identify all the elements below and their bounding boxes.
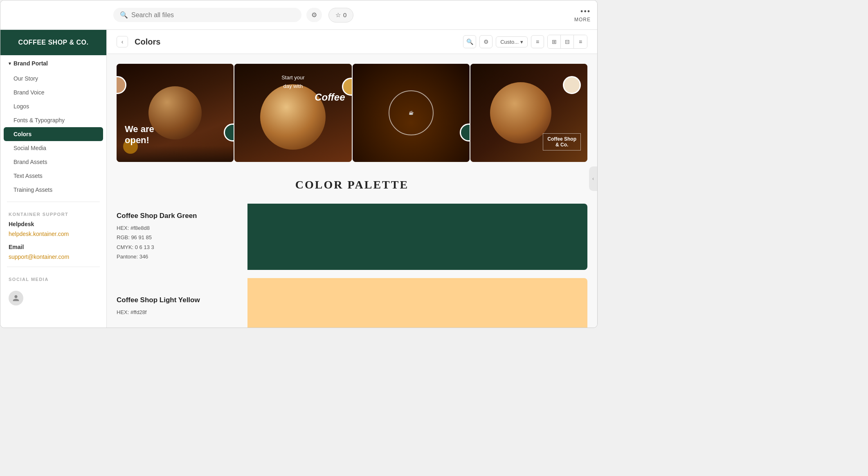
image-card-1: We areopen! [117, 64, 234, 162]
sidebar-divider [7, 202, 100, 202]
favorites-count: 0 [343, 11, 346, 18]
search-icon: 🔍 [120, 11, 128, 19]
sidebar-item-colors[interactable]: Colors [4, 127, 103, 141]
email-label: Email [0, 242, 106, 252]
more-label: MORE [574, 17, 591, 22]
color-row-dark-green: Coffee Shop Dark Green HEX: #f8e8d8 RGB:… [117, 204, 587, 270]
color-info-dark-green: Coffee Shop Dark Green HEX: #f8e8d8 RGB:… [117, 204, 247, 270]
email-link[interactable]: support@kontainer.com [0, 252, 106, 262]
filter-button[interactable]: ⚙ [306, 8, 322, 22]
view-toggle: ⊞ ⊟ ≡ [547, 35, 587, 49]
more-dots-icon: ••• [580, 7, 591, 16]
avatar[interactable] [9, 291, 23, 305]
custom-select[interactable]: Custo... ▾ [496, 36, 528, 47]
scroll-toggle[interactable]: ‹ [589, 166, 597, 191]
color-name-1: Coffee Shop Dark Green [117, 212, 247, 220]
color-dot-cream [563, 76, 581, 94]
header-actions: 🔍 ⚙ Custo... ▾ ≡ ⊞ ⊟ ≡ [463, 35, 587, 49]
image-card-4-brand-text: Coffee Shop& Co. [543, 133, 581, 150]
more-menu[interactable]: ••• MORE [574, 7, 591, 22]
search-container: 🔍 [113, 8, 301, 22]
sidebar: COFFEE SHOP & CO. ▾ Brand Portal Our Sto… [0, 30, 107, 328]
support-section-label: KONTAINER SUPPORT [0, 207, 106, 219]
content-area: ‹ Colors 🔍 ⚙ Custo... ▾ ≡ ⊞ ⊟ ≡ [107, 30, 597, 328]
brand-portal-label: Brand Portal [13, 60, 48, 67]
back-button[interactable]: ‹ [117, 36, 128, 47]
color-swatch-light-yellow [247, 278, 587, 328]
sidebar-item-training-assets[interactable]: Training Assets [0, 183, 106, 197]
main-layout: COFFEE SHOP & CO. ▾ Brand Portal Our Sto… [0, 30, 597, 328]
image-card-3: ☕ [353, 64, 470, 162]
search-input[interactable] [131, 11, 295, 19]
image-card-4: Coffee Shop& Co. [470, 64, 587, 162]
sidebar-item-logos[interactable]: Logos [0, 99, 106, 113]
star-icon: ☆ [335, 11, 341, 19]
sidebar-item-brand-assets[interactable]: Brand Assets [0, 155, 106, 169]
search-icon-button[interactable]: 🔍 [463, 35, 476, 48]
filter-icon-button[interactable]: ⚙ [479, 35, 492, 48]
color-detail-1: HEX: #f8e8d8 RGB: 96 91 85 CMYK: 0 6 13 … [117, 223, 247, 262]
sidebar-divider-2 [7, 267, 100, 267]
image-card-2: Start yourday with Coffee [234, 64, 351, 162]
helpdesk-link[interactable]: helpdesk.kontainer.com [0, 229, 106, 239]
user-avatar-area [0, 284, 106, 312]
color-info-light-yellow: Coffee Shop Light Yellow HEX: #ffd28f [117, 278, 247, 328]
color-detail-2: HEX: #ffd28f [117, 308, 247, 317]
social-media-label: SOCIAL MEDIA [0, 272, 106, 284]
image-card-1-text: We areopen! [125, 124, 154, 146]
sidebar-item-social-media[interactable]: Social Media [0, 141, 106, 155]
images-row: We areopen! Start yourday with Coffee [107, 54, 597, 170]
list-view-button[interactable]: ≡ [574, 35, 587, 48]
sidebar-item-fonts-typography[interactable]: Fonts & Typography [0, 113, 106, 127]
favorites-button[interactable]: ☆ 0 [328, 8, 353, 22]
color-name-2: Coffee Shop Light Yellow [117, 296, 247, 304]
select-label: Custo... [500, 39, 519, 45]
brand-portal-section[interactable]: ▾ Brand Portal [0, 55, 106, 72]
color-row-light-yellow: Coffee Shop Light Yellow HEX: #ffd28f [117, 278, 587, 328]
palette-title: COLOR PALETTE [117, 170, 587, 204]
chevron-down-icon: ▾ [9, 61, 11, 66]
top-bar: 🔍 ⚙ ☆ 0 ••• MORE [0, 0, 597, 30]
palette-section: COLOR PALETTE Coffee Shop Dark Green HEX… [107, 170, 597, 328]
image-card-2-top-text: Start yourday with [234, 74, 351, 91]
grid-view-button[interactable]: ⊞ [548, 35, 561, 48]
sort-button[interactable]: ≡ [531, 35, 544, 48]
sidebar-item-brand-voice[interactable]: Brand Voice [0, 85, 106, 99]
sidebar-item-our-story[interactable]: Our Story [0, 72, 106, 85]
content-header: ‹ Colors 🔍 ⚙ Custo... ▾ ≡ ⊞ ⊟ ≡ [107, 30, 597, 54]
app-logo: COFFEE SHOP & CO. [0, 30, 106, 55]
chevron-select-icon: ▾ [520, 39, 523, 45]
color-swatch-dark-green [247, 204, 587, 270]
tile-view-button[interactable]: ⊟ [561, 35, 574, 48]
image-card-2-coffee-text: Coffee [315, 92, 345, 103]
page-title: Colors [135, 37, 456, 47]
helpdesk-label: Helpdesk [0, 219, 106, 229]
sidebar-item-text-assets[interactable]: Text Assets [0, 169, 106, 183]
